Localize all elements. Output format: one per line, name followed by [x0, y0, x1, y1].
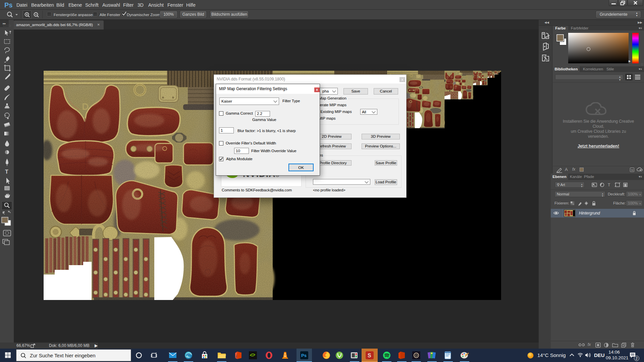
svg-text:S: S [368, 353, 371, 358]
svg-text:T: T [608, 183, 610, 187]
svg-text:Ps: Ps [301, 353, 307, 358]
svg-text:T: T [5, 169, 8, 175]
